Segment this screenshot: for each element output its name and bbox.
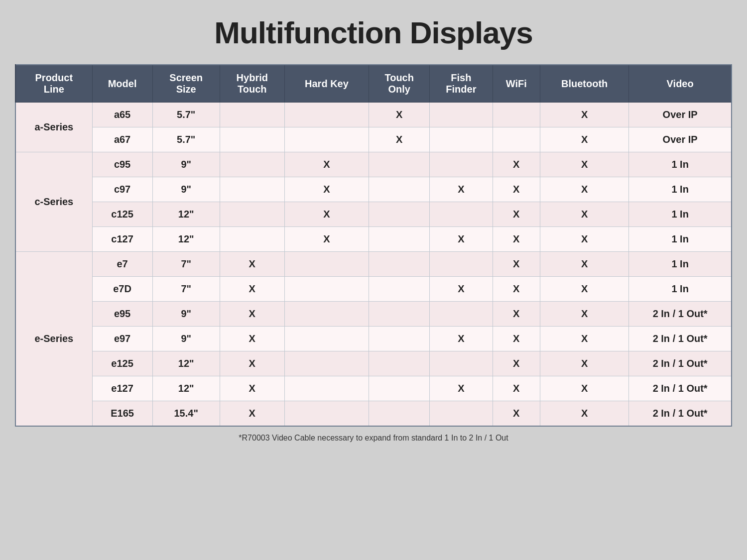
cell-fishfinder: [430, 202, 493, 227]
cell-bluetooth: X: [540, 127, 628, 152]
table-row: a-Seriesa655.7"XXOver IP: [15, 103, 732, 127]
header-row: ProductLine Model ScreenSize HybridTouch…: [15, 65, 732, 103]
cell-model: a67: [92, 127, 152, 152]
cell-wifi: X: [493, 351, 540, 376]
col-header-video: Video: [629, 65, 732, 103]
product-line-cell: a-Series: [15, 103, 92, 152]
cell-hybrid: X: [220, 376, 284, 401]
page-title: Multifunction Displays: [214, 15, 532, 50]
cell-fishfinder: [430, 302, 493, 327]
table-row: e12712"XXXX2 In / 1 Out*: [15, 376, 732, 401]
cell-model: c127: [92, 227, 152, 252]
col-header-screen-size: ScreenSize: [152, 65, 220, 103]
table-row: E16515.4"XXX2 In / 1 Out*: [15, 401, 732, 427]
cell-hardkey: [284, 252, 369, 277]
cell-wifi: X: [493, 202, 540, 227]
cell-fishfinder: [430, 351, 493, 376]
cell-hardkey: [284, 103, 369, 127]
cell-fishfinder: X: [430, 227, 493, 252]
cell-touchonly: [369, 252, 430, 277]
cell-model: c95: [92, 152, 152, 177]
cell-screen: 12": [152, 376, 220, 401]
cell-hardkey: [284, 302, 369, 327]
cell-fishfinder: X: [430, 327, 493, 351]
cell-screen: 12": [152, 351, 220, 376]
cell-touchonly: [369, 202, 430, 227]
cell-model: c125: [92, 202, 152, 227]
col-header-wifi: WiFi: [493, 65, 540, 103]
cell-screen: 5.7": [152, 127, 220, 152]
cell-fishfinder: X: [430, 277, 493, 302]
cell-video: 2 In / 1 Out*: [629, 327, 732, 351]
cell-hardkey: X: [284, 177, 369, 202]
cell-wifi: X: [493, 327, 540, 351]
cell-model: e95: [92, 302, 152, 327]
cell-model: e127: [92, 376, 152, 401]
cell-screen: 9": [152, 152, 220, 177]
cell-fishfinder: X: [430, 177, 493, 202]
cell-video: Over IP: [629, 103, 732, 127]
cell-hybrid: X: [220, 401, 284, 427]
cell-screen: 7": [152, 252, 220, 277]
cell-wifi: X: [493, 227, 540, 252]
cell-screen: 9": [152, 302, 220, 327]
cell-hybrid: [220, 103, 284, 127]
col-header-hard-key: Hard Key: [284, 65, 369, 103]
cell-hardkey: [284, 327, 369, 351]
cell-touchonly: [369, 177, 430, 202]
cell-video: 1 In: [629, 277, 732, 302]
cell-model: E165: [92, 401, 152, 427]
cell-fishfinder: [430, 401, 493, 427]
cell-hardkey: [284, 277, 369, 302]
cell-touchonly: X: [369, 127, 430, 152]
cell-bluetooth: X: [540, 252, 628, 277]
cell-wifi: X: [493, 152, 540, 177]
cell-model: c97: [92, 177, 152, 202]
cell-touchonly: [369, 302, 430, 327]
cell-touchonly: [369, 227, 430, 252]
cell-video: 2 In / 1 Out*: [629, 302, 732, 327]
product-line-cell: e-Series: [15, 252, 92, 427]
cell-wifi: X: [493, 177, 540, 202]
cell-fishfinder: [430, 103, 493, 127]
cell-hybrid: [220, 202, 284, 227]
table-row: e12512"XXX2 In / 1 Out*: [15, 351, 732, 376]
cell-hybrid: X: [220, 252, 284, 277]
table-wrapper: ProductLine Model ScreenSize HybridTouch…: [15, 64, 732, 427]
col-header-touch-only: TouchOnly: [369, 65, 430, 103]
cell-hybrid: [220, 227, 284, 252]
cell-hybrid: [220, 152, 284, 177]
cell-bluetooth: X: [540, 401, 628, 427]
cell-screen: 15.4": [152, 401, 220, 427]
cell-screen: 7": [152, 277, 220, 302]
table-row: c12512"XXX1 In: [15, 202, 732, 227]
cell-touchonly: [369, 351, 430, 376]
cell-screen: 5.7": [152, 103, 220, 127]
cell-bluetooth: X: [540, 302, 628, 327]
cell-video: 1 In: [629, 177, 732, 202]
cell-hardkey: [284, 351, 369, 376]
cell-touchonly: [369, 152, 430, 177]
cell-touchonly: [369, 401, 430, 427]
cell-model: e7D: [92, 277, 152, 302]
cell-hybrid: X: [220, 277, 284, 302]
cell-screen: 12": [152, 202, 220, 227]
table-row: e7D7"XXXX1 In: [15, 277, 732, 302]
cell-bluetooth: X: [540, 103, 628, 127]
table-row: e-Seriese77"XXX1 In: [15, 252, 732, 277]
cell-video: 1 In: [629, 202, 732, 227]
cell-touchonly: X: [369, 103, 430, 127]
cell-wifi: X: [493, 252, 540, 277]
cell-model: e7: [92, 252, 152, 277]
table-row: e959"XXX2 In / 1 Out*: [15, 302, 732, 327]
cell-hardkey: X: [284, 152, 369, 177]
col-header-model: Model: [92, 65, 152, 103]
cell-model: a65: [92, 103, 152, 127]
cell-video: 2 In / 1 Out*: [629, 376, 732, 401]
cell-bluetooth: X: [540, 227, 628, 252]
footnote: *R70003 Video Cable necessary to expand …: [239, 434, 508, 443]
cell-hardkey: X: [284, 227, 369, 252]
cell-bluetooth: X: [540, 351, 628, 376]
cell-screen: 9": [152, 327, 220, 351]
col-header-hybrid-touch: HybridTouch: [220, 65, 284, 103]
